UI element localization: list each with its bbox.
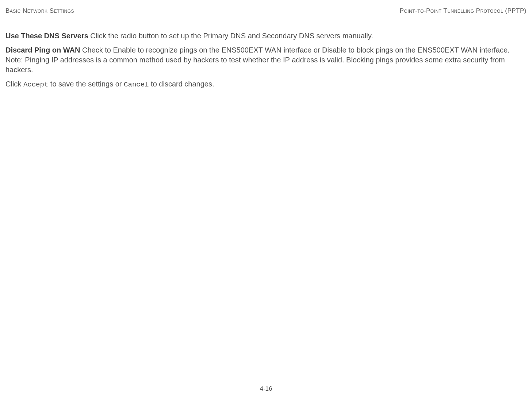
label-discard-ping: Discard Ping on WAN (5, 46, 80, 54)
page-footer: 4-16 (0, 385, 532, 393)
paragraph-discard-ping: Discard Ping on WAN Check to Enable to r… (5, 45, 527, 75)
text-mid: to save the settings or (48, 80, 124, 88)
label-dns-servers: Use These DNS Servers (5, 32, 88, 40)
text-pre: Click (5, 80, 23, 88)
header-right-section: Point-to-Point Tunnelling Protocol (PPTP… (400, 7, 527, 15)
mono-accept: Accept (23, 81, 48, 89)
text-discard-ping: Check to Enable to recognize pings on th… (5, 46, 510, 74)
page-header: Basic Network Settings Point-to-Point Tu… (5, 7, 527, 15)
paragraph-dns-servers: Use These DNS Servers Click the radio bu… (5, 31, 527, 41)
text-post: to discard changes. (149, 80, 214, 88)
page-content: Use These DNS Servers Click the radio bu… (5, 31, 527, 90)
text-dns-servers: Click the radio button to set up the Pri… (88, 32, 373, 40)
paragraph-accept-cancel: Click Accept to save the settings or Can… (5, 79, 527, 90)
mono-cancel: Cancel (124, 81, 149, 89)
page-number: 4-16 (260, 385, 272, 392)
header-left-section: Basic Network Settings (5, 7, 74, 15)
